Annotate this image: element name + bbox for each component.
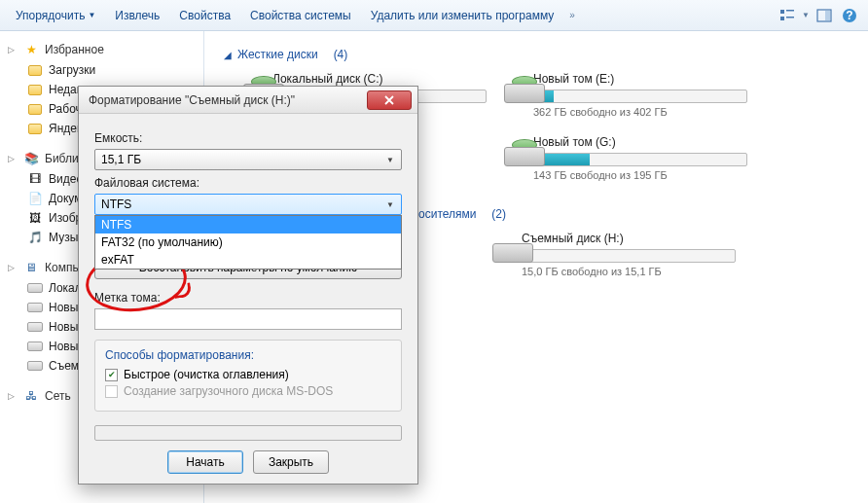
- filesystem-combobox[interactable]: NTFS ▼ NTFS FAT32 (по умолчанию) exFAT: [94, 194, 402, 215]
- drive-name: Новый том (E:): [533, 72, 747, 86]
- expander-icon: ▷: [8, 45, 18, 54]
- format-methods-group: Способы форматирования: ✔ Быстрое (очист…: [94, 340, 402, 412]
- drive-freespace: 15,0 ГБ свободно из 15,1 ГБ: [522, 266, 736, 277]
- close-icon: [384, 95, 394, 105]
- hdd-icon: [504, 135, 524, 166]
- msdos-boot-checkbox: [105, 385, 118, 398]
- network-icon: 🖧: [23, 388, 39, 404]
- favorites-group[interactable]: ▷ ★ Избранное: [0, 39, 203, 60]
- chevron-down-icon[interactable]: ▼: [802, 11, 810, 19]
- close-button[interactable]: [367, 90, 412, 110]
- video-icon: 🎞: [27, 171, 43, 187]
- format-dialog: Форматирование "Съемный диск (H:)" Емкос…: [78, 86, 418, 485]
- fs-option-ntfs[interactable]: NTFS: [95, 216, 401, 234]
- chevron-down-icon: ▼: [383, 198, 397, 211]
- capacity-bar: [533, 153, 747, 166]
- capacity-combobox[interactable]: 15,1 ГБ ▼: [94, 149, 402, 170]
- svg-rect-0: [780, 10, 784, 14]
- extract-button[interactable]: Извлечь: [107, 5, 167, 26]
- drive-name: Съемный диск (H:): [522, 232, 736, 245]
- properties-button[interactable]: Свойства: [171, 5, 238, 26]
- hdd-section-header[interactable]: ◢ Жесткие диски (4): [220, 41, 852, 72]
- drive-item[interactable]: Съемный диск (H:) 15,0 ГБ свободно из 15…: [492, 232, 736, 277]
- computer-icon: 🖥: [23, 260, 39, 275]
- caret-down-icon: ◢: [224, 50, 232, 60]
- uninstall-button[interactable]: Удалить или изменить программу: [363, 5, 562, 26]
- drive-item[interactable]: Новый том (G:) 143 ГБ свободно из 195 ГБ: [504, 135, 747, 181]
- expander-icon: ▷: [8, 263, 18, 272]
- dialog-titlebar[interactable]: Форматирование "Съемный диск (H:)": [79, 87, 417, 114]
- overflow-chevron-icon[interactable]: »: [565, 10, 579, 20]
- view-mode-button[interactable]: [777, 5, 798, 26]
- picture-icon: 🖼: [27, 210, 43, 226]
- volume-label-input[interactable]: [94, 308, 402, 330]
- dialog-title: Форматирование "Съемный диск (H:)": [89, 93, 367, 107]
- music-icon: 🎵: [27, 230, 43, 245]
- help-button[interactable]: ?: [839, 5, 860, 26]
- drive-icon: [27, 361, 43, 371]
- removable-drive-icon: [492, 232, 512, 263]
- svg-rect-3: [786, 17, 794, 18]
- fs-option-exfat[interactable]: exFAT: [95, 251, 401, 269]
- volume-label-caption: Метка тома:: [94, 291, 402, 305]
- chevron-down-icon: ▼: [88, 11, 95, 19]
- expander-icon: ▷: [8, 391, 18, 401]
- organize-button[interactable]: Упорядочить▼: [8, 5, 103, 26]
- drive-icon: [27, 303, 43, 312]
- format-progress-bar: [94, 425, 402, 441]
- format-methods-label: Способы форматирования:: [105, 348, 391, 362]
- svg-rect-5: [825, 11, 830, 20]
- svg-rect-1: [786, 10, 794, 12]
- quick-format-label: Быстрое (очистка оглавления): [124, 368, 289, 381]
- filesystem-label: Файловая система:: [94, 176, 402, 190]
- drive-freespace: 362 ГБ свободно из 402 ГБ: [533, 106, 747, 118]
- capacity-label: Емкость:: [94, 131, 402, 145]
- folder-icon: [28, 124, 42, 134]
- drive-icon: [27, 341, 43, 351]
- folder-icon: [28, 65, 42, 76]
- document-icon: 📄: [27, 191, 43, 206]
- msdos-boot-label: Создание загрузочного диска MS-DOS: [124, 384, 333, 398]
- svg-text:?: ?: [846, 9, 852, 22]
- expander-icon: ▷: [8, 154, 18, 163]
- folder-icon: [28, 85, 42, 95]
- drive-icon: [27, 322, 43, 332]
- chevron-down-icon: ▼: [383, 153, 397, 166]
- system-properties-button[interactable]: Свойства системы: [242, 5, 359, 26]
- fs-option-fat32[interactable]: FAT32 (по умолчанию): [95, 234, 401, 251]
- library-icon: 📚: [23, 151, 39, 166]
- drive-name: Новый том (G:): [533, 135, 747, 149]
- hdd-icon: [504, 72, 524, 103]
- close-dialog-button[interactable]: Закрыть: [253, 450, 329, 474]
- capacity-bar: [522, 249, 736, 263]
- quick-format-checkbox[interactable]: ✔: [105, 369, 118, 381]
- sidebar-item-downloads[interactable]: Загрузки: [0, 60, 203, 80]
- drive-name: Локальный диск (C:): [272, 72, 487, 86]
- removable-section-header[interactable]: осителями (2): [415, 200, 852, 232]
- folder-icon: [28, 104, 42, 115]
- drive-icon: [27, 283, 43, 293]
- svg-rect-2: [780, 17, 784, 20]
- drive-freespace: 143 ГБ свободно из 195 ГБ: [533, 169, 747, 181]
- capacity-bar: [533, 90, 747, 103]
- star-icon: ★: [23, 42, 39, 57]
- filesystem-dropdown: NTFS FAT32 (по умолчанию) exFAT: [94, 215, 402, 269]
- start-button[interactable]: Начать: [167, 450, 243, 474]
- explorer-toolbar: Упорядочить▼ Извлечь Свойства Свойства с…: [0, 0, 868, 31]
- preview-pane-button[interactable]: [814, 5, 835, 26]
- drive-item[interactable]: Новый том (E:) 362 ГБ свободно из 402 ГБ: [504, 72, 747, 118]
